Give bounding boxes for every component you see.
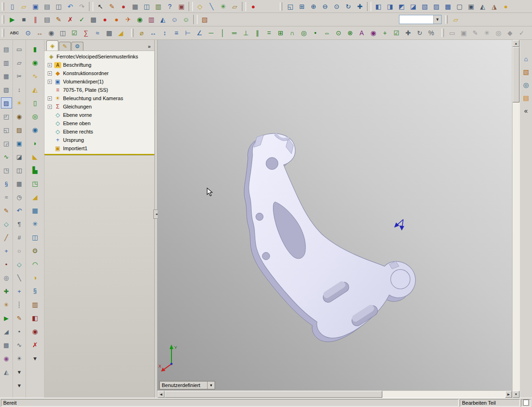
reference-point-icon[interactable]: • <box>1 259 12 270</box>
circular-pattern-icon[interactable]: ✳ <box>29 218 42 229</box>
lasso-select-icon[interactable]: ▱ <box>14 57 25 68</box>
expand-toggle-icon[interactable]: + <box>48 63 52 67</box>
wrap-icon[interactable]: ◑ <box>29 272 42 283</box>
reflection-icon[interactable]: ◫ <box>14 165 25 176</box>
print-preview-icon[interactable]: ◫ <box>53 1 64 12</box>
pause-macro-icon[interactable]: ∥ <box>30 14 41 25</box>
origins-visibility-icon[interactable]: + <box>14 286 25 297</box>
wireframe-icon[interactable]: ▢ <box>454 1 465 12</box>
delete-reference-icon[interactable]: ✗ <box>64 14 76 25</box>
zoom-selection-icon[interactable]: ⊙ <box>331 1 342 12</box>
mirror-feature-icon[interactable]: ◫ <box>29 232 42 243</box>
mate-reference-icon[interactable]: ◎ <box>1 272 12 283</box>
warning-marker-icon[interactable]: ● <box>111 14 122 25</box>
lights-visibility-icon[interactable]: ☀ <box>14 353 25 364</box>
rectangle-select-icon[interactable]: ▭ <box>14 44 25 55</box>
vertical-dimension-icon[interactable]: ↕ <box>159 28 171 38</box>
resize-icon[interactable]: ↕ <box>14 84 25 95</box>
revolve-cut-icon[interactable]: ◎ <box>29 111 42 122</box>
more-tools-chevron[interactable]: ▾ <box>29 353 42 364</box>
shadows-icon[interactable]: ◭ <box>477 1 488 12</box>
file-explorer-icon[interactable]: ◎ <box>521 80 531 90</box>
face-classification-icon[interactable]: ◉ <box>1 353 12 364</box>
solidworks-resources-icon[interactable]: ⌂ <box>521 54 531 64</box>
axes-visibility-icon[interactable]: ╲ <box>14 272 25 283</box>
vscroll-track[interactable] <box>513 47 520 391</box>
error-marker-icon[interactable]: ● <box>99 14 111 25</box>
viewport-split-icon[interactable]: ◫ <box>141 1 152 12</box>
edrawings-icon[interactable]: ✈ <box>122 14 134 25</box>
shell-icon[interactable]: ◳ <box>29 178 42 189</box>
vscroll-thumb[interactable] <box>513 47 519 102</box>
baseline-dimension-icon[interactable]: ≡ <box>171 28 182 38</box>
collinear-relation-icon[interactable]: ═ <box>228 28 240 38</box>
add-contact-icon[interactable]: ☺ <box>180 14 192 25</box>
select-icon[interactable]: ↖ <box>95 1 106 12</box>
cut-icon[interactable]: ✂ <box>14 70 25 82</box>
expand-toggle-icon[interactable]: + <box>48 96 52 101</box>
helix-spring-icon[interactable]: § <box>29 286 42 297</box>
instant3d-icon[interactable]: ◆ <box>504 28 516 38</box>
viewport-hscrollbar[interactable]: ◀ ▶ <box>158 390 512 398</box>
featuremanager-tab[interactable]: ◈ <box>46 40 58 51</box>
reference-plane-icon[interactable]: ◇ <box>1 218 12 229</box>
design-library-icon[interactable]: ▧ <box>521 67 531 77</box>
view-right-icon[interactable]: ◪ <box>407 1 419 12</box>
view-palette-icon[interactable]: ▤ <box>521 93 531 103</box>
options-icon[interactable]: ▥ <box>152 1 164 12</box>
horizontal-dimension-icon[interactable]: ↔ <box>147 28 159 38</box>
texture-icon[interactable]: ▨ <box>14 124 25 135</box>
extrude-boss-icon[interactable]: ▮ <box>29 44 42 55</box>
library-books-icon[interactable]: ▥ <box>146 14 157 25</box>
smart-fasteners-icon[interactable]: ✚ <box>1 286 12 297</box>
tangent-relation-icon[interactable]: ∩ <box>286 28 298 38</box>
make-block-icon[interactable]: ▣ <box>458 28 469 38</box>
statusbar-checkbox[interactable] <box>523 400 529 406</box>
insert-block-icon[interactable]: ▭ <box>446 28 458 38</box>
chevron-down-icon[interactable]: ▼ <box>433 15 441 24</box>
design-table-icon[interactable]: ▦ <box>129 1 141 12</box>
scroll-right-arrow[interactable]: ▶ <box>505 391 512 398</box>
tabs-overflow-chevron[interactable]: » <box>146 42 153 51</box>
scale-entities-icon[interactable]: % <box>425 28 437 38</box>
composite-curve-icon[interactable]: ≈ <box>1 191 12 203</box>
tree-item-ebene-oben[interactable]: ◇Ebene oben <box>44 119 154 127</box>
select-chain-icon[interactable]: ▧ <box>1 84 12 95</box>
chevron-down-icon[interactable]: ▾ <box>207 382 215 389</box>
expand-toggle-icon[interactable]: + <box>48 71 52 76</box>
exploded-view-icon[interactable]: ✳ <box>1 299 12 310</box>
expand-toggle-icon[interactable]: + <box>48 105 52 109</box>
open-document-icon[interactable]: ▱ <box>18 1 30 12</box>
tree-item-ferrotecvelocipedserienmusterlinks[interactable]: ◈FerrotecVelocipedSerienmusterlinks <box>44 52 154 61</box>
view-orientation-combo[interactable]: Benutzerdefiniert ▾ <box>159 381 215 389</box>
check-entity-icon[interactable]: ☑ <box>69 28 80 38</box>
view-back-icon[interactable]: ◨ <box>384 1 396 12</box>
loft-icon[interactable]: ◭ <box>29 84 42 95</box>
tree-item-beschriftung[interactable]: +ABeschriftung <box>44 61 154 69</box>
smart-dimension-icon[interactable]: ⌀ <box>136 28 147 38</box>
parallel-relation-icon[interactable]: ∥ <box>252 28 263 38</box>
mass-properties-icon[interactable]: ◉ <box>45 28 57 38</box>
note-icon[interactable]: ▱ <box>229 1 241 12</box>
design-checker-icon[interactable]: ▩ <box>88 14 99 25</box>
part-model[interactable]: Y X <box>158 40 512 391</box>
tree-item-gleichungen[interactable]: +ΣGleichungen <box>44 102 154 111</box>
record-macro-icon[interactable]: ● <box>247 1 259 12</box>
screen-capture-icon[interactable]: ▣ <box>176 1 187 12</box>
tree-item-ursprung[interactable]: +Ursprung <box>44 136 154 144</box>
new-document-icon[interactable]: ▯ <box>6 1 18 12</box>
section-properties-icon[interactable]: ◫ <box>57 28 69 38</box>
merge-points-icon[interactable]: ⊗ <box>344 28 356 38</box>
filter-vertices-icon[interactable]: ◲ <box>1 138 12 149</box>
deviation-analysis-icon[interactable]: ≈ <box>92 28 103 38</box>
more-tools-chevron[interactable]: ▾ <box>14 366 25 377</box>
view-top-icon[interactable]: ▧ <box>419 1 431 12</box>
spellcheck-icon[interactable]: ABC <box>6 28 22 38</box>
render-icon[interactable]: ◉ <box>14 111 25 122</box>
new-macro-icon[interactable]: ▤ <box>41 14 53 25</box>
collapse-taskpane-chevron[interactable]: « <box>521 106 531 116</box>
sketch-pencil-icon[interactable]: ✎ <box>106 1 118 12</box>
display-relations-icon[interactable]: ◉ <box>367 28 379 38</box>
fully-define-sketch-icon[interactable]: ☑ <box>391 28 402 38</box>
delete-face-icon[interactable]: ✗ <box>29 339 42 350</box>
